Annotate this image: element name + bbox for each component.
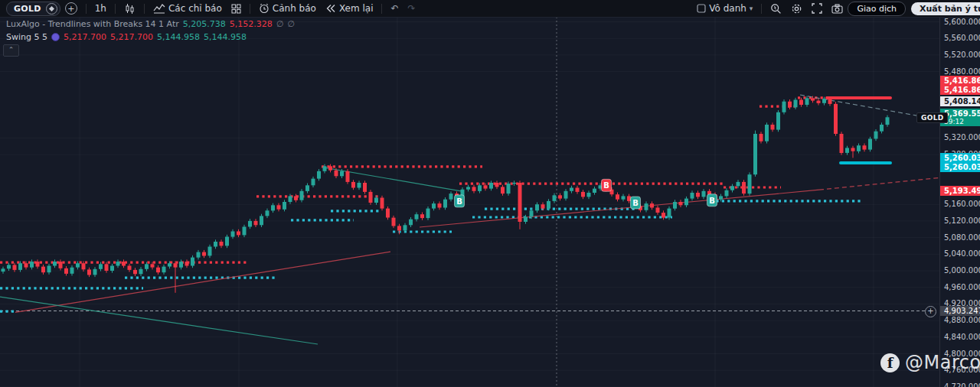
symbol-search-button[interactable]: GOLD <box>6 2 60 16</box>
candle <box>691 193 694 199</box>
chart-pane[interactable]: BBBB <box>0 17 940 387</box>
alert-button[interactable]: Cảnh báo <box>254 0 321 17</box>
candle <box>645 203 648 210</box>
indicator-templates-button[interactable] <box>227 0 246 17</box>
indicators-button[interactable]: Các chỉ báo <box>149 0 227 17</box>
candle <box>794 100 798 108</box>
candle <box>225 237 229 246</box>
candle <box>156 268 160 273</box>
indicator-value: 5,217.700 <box>110 32 153 42</box>
candle <box>593 189 596 193</box>
candle <box>64 268 68 274</box>
candle <box>369 192 373 203</box>
candle <box>36 262 40 267</box>
indicator-name: Swing 5 5 <box>6 32 47 42</box>
axis-tick: 5,000.000 <box>944 266 980 275</box>
candle <box>254 221 258 225</box>
publish-idea-button[interactable]: Xuất bản ý tư <box>911 2 980 15</box>
candle <box>168 263 172 266</box>
candle <box>805 98 809 105</box>
replay-icon <box>325 4 336 13</box>
candle <box>191 258 194 266</box>
candle <box>122 262 126 265</box>
candle <box>260 216 263 225</box>
candle <box>271 205 275 210</box>
candle <box>719 196 723 199</box>
candle <box>765 125 769 141</box>
axis-tick: 5,080.000 <box>944 233 980 242</box>
compare-add-symbol-button[interactable]: + <box>60 0 82 17</box>
candle <box>684 199 688 206</box>
candle <box>248 221 252 227</box>
candle <box>317 171 321 179</box>
tradingview-window: { "toolbar": { "symbol": "GOLD", "interv… <box>0 0 980 387</box>
candle <box>570 188 573 191</box>
anonymous-checkbox-icon <box>697 4 706 13</box>
candle <box>742 182 746 194</box>
candle <box>237 232 240 236</box>
axis-price-label: 5,416.860 <box>940 85 980 95</box>
trade-button[interactable]: Giao dịch <box>848 2 906 16</box>
candle <box>507 184 511 194</box>
candle <box>553 195 557 201</box>
legend-indicator-row-luxalgo[interactable]: LuxAlgo - Trendlines with Breaks 14 1 At… <box>6 18 511 31</box>
quick-search-button[interactable] <box>766 0 786 17</box>
candle <box>312 179 315 186</box>
chevron-down-icon: ▾ <box>750 5 753 12</box>
candle <box>340 171 344 177</box>
trendline <box>819 177 940 190</box>
candle <box>874 132 878 139</box>
interval-button[interactable]: 1h <box>90 0 111 17</box>
break-badge: B <box>707 194 717 207</box>
candle <box>231 232 235 237</box>
fullscreen-button[interactable] <box>807 0 827 17</box>
redo-button[interactable]: ↷ <box>403 0 420 17</box>
flag-symbol-icon[interactable] <box>46 3 57 15</box>
candle <box>351 182 355 188</box>
indicator-value: 5,144.958 <box>204 32 247 42</box>
candle <box>2 268 5 272</box>
candle <box>197 252 201 258</box>
candle <box>730 186 734 190</box>
candle <box>328 166 332 170</box>
candle <box>880 125 884 132</box>
candle <box>397 226 401 230</box>
snapshot-button[interactable] <box>827 0 848 17</box>
camera-icon <box>831 4 843 14</box>
undo-button[interactable]: ↶ <box>386 0 403 17</box>
add-alert-plus-icon[interactable]: + <box>925 306 936 317</box>
candle <box>87 269 91 275</box>
gear-icon <box>791 3 802 15</box>
candle <box>59 262 63 268</box>
candle <box>851 148 855 151</box>
axis-tick: 5,320.000 <box>944 133 980 141</box>
candle <box>266 210 270 216</box>
replay-button[interactable]: Xem lại <box>321 0 378 17</box>
svg-text:B: B <box>456 197 462 206</box>
candle <box>110 266 114 272</box>
candle <box>358 183 361 188</box>
candle <box>202 252 206 256</box>
candle <box>70 268 74 274</box>
candle <box>346 171 350 182</box>
candle <box>30 262 34 268</box>
candle <box>386 209 390 218</box>
candle <box>443 200 447 208</box>
top-toolbar: GOLD + 1h Các chỉ báo <box>0 0 980 18</box>
candle <box>294 196 298 200</box>
candle <box>788 102 792 108</box>
legend-collapse-button[interactable]: ⌃ <box>3 44 19 57</box>
axis-tick: 5,120.000 <box>944 216 980 225</box>
indicator-value: ∅ <box>287 19 295 29</box>
candle <box>489 183 493 189</box>
axis-price-label: 5,260.030 <box>940 162 980 172</box>
settings-button[interactable] <box>786 0 807 17</box>
candle <box>886 117 890 125</box>
candle <box>776 112 780 130</box>
chart-style-button[interactable] <box>119 0 140 17</box>
candle <box>524 217 528 223</box>
anonymous-user-menu[interactable]: Vô danh ▾ <box>692 0 757 17</box>
legend-indicator-row-swing[interactable]: Swing 5 5 5,217.700 5,217.700 5,144.958 … <box>6 31 511 44</box>
price-axis[interactable]: 5,600.0005,560.0005,520.0005,480.0005,32… <box>939 17 980 387</box>
candle <box>737 182 740 186</box>
